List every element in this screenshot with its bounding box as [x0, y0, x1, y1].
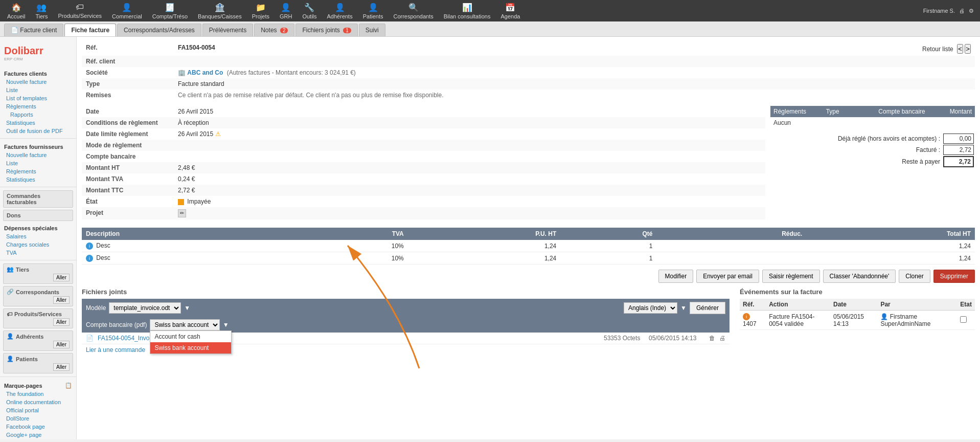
compte-bancaire-pdf-select[interactable]: Swiss bank account [150, 319, 220, 330]
desc-col-pu-ht: P.U. HT [408, 228, 561, 240]
dropdown-option-swiss-bank-account[interactable]: Swiss bank account [150, 342, 231, 353]
sidebar-link-statistiques[interactable]: Statistiques [0, 119, 76, 127]
sidebar-link-nouvelle-facture[interactable]: Nouvelle facture [0, 78, 76, 86]
facture-label: Facturé : [836, 145, 942, 155]
tab-prelevements[interactable]: Prélèvements [202, 24, 253, 36]
tiers-box-icon: 👥 [7, 266, 14, 273]
sidebar-link-fourn-statistiques[interactable]: Statistiques [0, 175, 76, 184]
sidebar-link-fourn-reglements[interactable]: Règlements [0, 167, 76, 175]
nav-accueil[interactable]: 🏠 Accueil [2, 2, 30, 20]
supprimer-button[interactable]: Supprimer [933, 270, 975, 283]
nav-patients[interactable]: 👤 Patients [358, 2, 389, 20]
sidebar-box-tiers-title: 👥 Tiers [7, 266, 70, 273]
desc-col-total-ht: Total HT [806, 228, 975, 240]
evenement-etat-checkbox[interactable] [960, 316, 967, 323]
settings-icon[interactable]: ⚙ [969, 8, 974, 14]
row2-reduc [656, 252, 806, 264]
top-navigation: 🏠 Accueil 👥 Tiers 🏷 Produits/Services 👤 … [0, 0, 980, 21]
type-value: Facture standard [174, 78, 975, 90]
nav-agenda[interactable]: 📅 Agenda [495, 2, 525, 20]
sidebar-link-official-portal[interactable]: Official portal [0, 406, 76, 414]
modele-dropdown-icon: ▼ [184, 304, 190, 312]
societe-name[interactable]: ABC and Co [187, 69, 223, 76]
sidebar-link-fusion-pdf[interactable]: Outil de fusion de PDF [0, 127, 76, 135]
sidebar-link-tva[interactable]: TVA [0, 249, 76, 257]
societe-note: (Autres factures - Montant encours: 3 02… [227, 69, 356, 76]
fichier-delete-icon[interactable]: 🗑 [709, 335, 715, 342]
sidebar-section-factures-fournisseurs: Factures fournisseurs [0, 142, 76, 151]
adherents-aller-button[interactable]: Aller [53, 341, 70, 348]
compta-icon: 🧾 [165, 3, 175, 12]
evenement-date: 05/06/2015 14:13 [830, 311, 877, 330]
nav-compta[interactable]: 🧾 Compta/Tréso [147, 2, 193, 20]
nav-commercial[interactable]: 👤 Commercial [107, 2, 147, 20]
sidebar-link-rapports[interactable]: Rapports [0, 110, 76, 119]
prev-button[interactable]: < [957, 44, 963, 54]
nav-banques[interactable]: 🏦 Banques/Caisses [193, 2, 247, 20]
sidebar-box-patients-title: 👤 Patients [7, 356, 70, 362]
sidebar-link-salaires[interactable]: Salaires [0, 232, 76, 240]
nav-outils[interactable]: 🔧 Outils [297, 2, 322, 20]
marque-pages-add-icon[interactable]: 📋 [65, 382, 72, 389]
fichier-print-icon[interactable]: 🖨 [719, 335, 725, 342]
evenement-ref: i 1407 [740, 311, 766, 330]
sidebar-link-online-doc[interactable]: Online documentation [0, 398, 76, 406]
dropdown-option-account-for-cash[interactable]: Account for cash [150, 331, 231, 342]
sidebar-link-list-templates[interactable]: List of templates [0, 94, 76, 102]
classer-button[interactable]: Classer 'Abandonnée' [823, 270, 896, 283]
mode-reglement-value [174, 140, 765, 151]
produits-aller-button[interactable]: Aller [53, 318, 70, 326]
nav-grh[interactable]: 👤 GRH [275, 2, 297, 20]
tab-notes[interactable]: Notes 2 [254, 24, 294, 36]
saisir-button[interactable]: Saisir règlement [762, 270, 820, 283]
langue-select[interactable]: Anglais (Inde) [624, 302, 677, 314]
sidebar-link-liste[interactable]: Liste [0, 86, 76, 94]
sidebar-link-fourn-liste[interactable]: Liste [0, 159, 76, 167]
ref-client-value [174, 56, 975, 67]
sidebar-box-adherents-title: 👤 Adhérents [7, 333, 70, 340]
nav-tiers[interactable]: 👥 Tiers [30, 2, 53, 20]
patients-aller-button[interactable]: Aller [53, 363, 70, 371]
sidebar-link-dollstore[interactable]: DollStore [0, 414, 76, 423]
sidebar-box-commandes: Commandes facturables [3, 190, 73, 208]
nav-adherents[interactable]: 👤 Adhérents [322, 2, 358, 20]
compte-bancaire-pdf-label: Compte bancaire (pdf) [86, 321, 147, 328]
nav-bilan[interactable]: 📊 Bilan consultations [439, 2, 496, 20]
row1-reduc [656, 240, 806, 252]
type-label: Type [82, 78, 174, 90]
sidebar-link-googleplus[interactable]: Google+ page [0, 431, 76, 439]
tab-fichiers-joints[interactable]: Fichiers joints 1 [295, 24, 357, 36]
projet-edit-icon[interactable]: ✏ [178, 209, 186, 217]
adherents-box-icon: 👤 [7, 333, 14, 340]
tab-correspondants[interactable]: Correspondants/Adresses [117, 24, 201, 36]
tab-fiche-facture[interactable]: Fiche facture [64, 24, 116, 36]
date-limite-value: 26 Avril 2015 ⚠ [174, 128, 765, 140]
nav-projets[interactable]: 📁 Projets [247, 2, 275, 20]
envoyer-button[interactable]: Envoyer par email [696, 270, 759, 283]
print-icon[interactable]: 🖨 [959, 8, 965, 14]
tab-facture-client[interactable]: 📄 Facture client [4, 24, 63, 36]
nav-produits[interactable]: 🏷 Produits/Services [53, 2, 107, 20]
evenements-col-etat: Etat [957, 299, 975, 311]
main-layout: Dolibarr ERP CRM Factures clients Nouvel… [0, 37, 980, 439]
remises-label: Remises [82, 90, 174, 101]
sidebar-link-fourn-nouvelle[interactable]: Nouvelle facture [0, 151, 76, 159]
sidebar-link-charges[interactable]: Charges sociales [0, 240, 76, 249]
sidebar-link-foundation[interactable]: The foundation [0, 390, 76, 398]
row1-pu-ht: 1,24 [408, 240, 561, 252]
cloner-button[interactable]: Cloner [899, 270, 930, 283]
next-button[interactable]: > [965, 44, 971, 54]
modifier-button[interactable]: Modifier [658, 270, 694, 283]
reglements-header: Réglements Type Compte bancaire Montant [770, 106, 975, 117]
sidebar-link-reglements[interactable]: Règlements [0, 102, 76, 110]
sidebar-link-facebook[interactable]: Facebook page [0, 423, 76, 431]
fichiers-modele-toolbar: Modèle template_invoice.odt ▼ Anglais (I… [82, 299, 730, 317]
sidebar-box-dons-title: Dons [7, 212, 70, 218]
modele-select[interactable]: template_invoice.odt [109, 302, 181, 314]
tab-suivi[interactable]: Suivi [359, 24, 385, 36]
nav-correspondants[interactable]: 🔍 Correspondants [388, 2, 438, 20]
generer-button[interactable]: Générer [690, 302, 725, 314]
correspondants-aller-button[interactable]: Aller [53, 296, 70, 304]
sidebar-link-twitter[interactable]: Twitter channel [0, 439, 76, 439]
tiers-aller-button[interactable]: Aller [53, 274, 70, 281]
